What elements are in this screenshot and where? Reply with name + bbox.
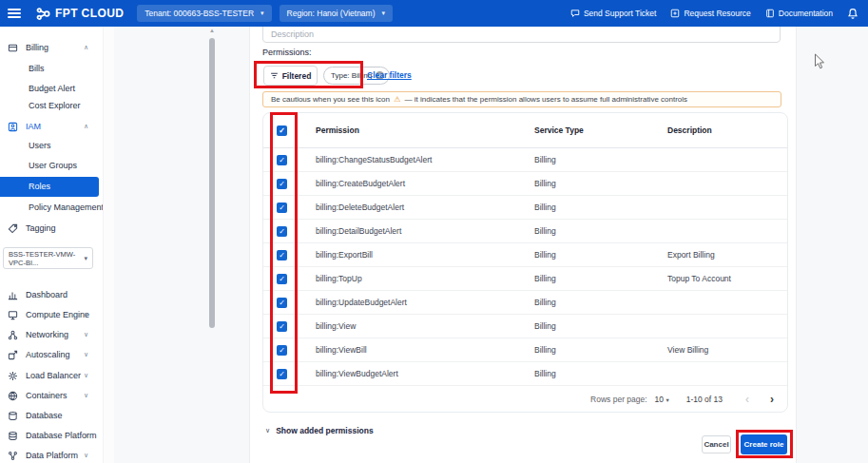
row-checkbox[interactable]: ✓ xyxy=(277,369,287,379)
row-checkbox[interactable]: ✓ xyxy=(277,345,287,356)
chevron-down-icon: ▾ xyxy=(84,255,87,262)
sidebar-item-label: Networking xyxy=(26,326,68,343)
send-support-ticket-link[interactable]: Send Support Ticket xyxy=(570,9,657,18)
database-platform-icon xyxy=(8,431,18,441)
menu-icon[interactable] xyxy=(8,9,21,18)
permission-cell: billing:ViewBill xyxy=(316,345,534,355)
sidebar-item-label: Load Balancer xyxy=(26,367,81,384)
permission-cell: billing:ChangeStatusBudgetAlert xyxy=(316,155,534,164)
request-resource-link[interactable]: Request Resource xyxy=(670,9,750,18)
column-header-permission: Permission xyxy=(316,125,534,135)
sidebar-item-networking[interactable]: Networking∨ xyxy=(0,326,99,343)
table-row: ✓billing:ChangeStatusBudgetAlertBilling xyxy=(263,148,787,172)
sidebar-item-tagging[interactable]: Tagging xyxy=(0,220,99,237)
row-checkbox[interactable]: ✓ xyxy=(277,250,287,260)
show-added-permissions-toggle[interactable]: ∨ Show added permissions xyxy=(265,426,374,435)
row-checkbox[interactable]: ✓ xyxy=(277,203,287,213)
clear-filters-link[interactable]: Clear filters xyxy=(367,70,412,80)
filter-icon xyxy=(270,71,279,80)
sidebar-scrollbar[interactable]: ▲ xyxy=(103,27,114,463)
chevron-down-icon: ∨ xyxy=(265,427,270,434)
permissions-label: Permissions: xyxy=(262,48,312,57)
autoscaling-icon xyxy=(8,350,18,360)
load-balancer-icon xyxy=(8,371,18,381)
column-header-service-type: Service Type xyxy=(534,125,667,135)
sidebar-item-users[interactable]: Users xyxy=(0,137,99,154)
sidebar-item-label: Policy Management xyxy=(29,199,104,216)
sidebar-item-dashboard[interactable]: Dashboard xyxy=(0,286,99,303)
sidebar-item-containers[interactable]: Containers∨ xyxy=(0,387,99,404)
permission-cell: billing:ViewBudgetAlert xyxy=(316,369,534,378)
billing-icon xyxy=(8,43,18,53)
row-checkbox[interactable]: ✓ xyxy=(277,298,287,308)
description-cell: View Billing xyxy=(667,345,787,355)
chevron-up-icon: ∧ xyxy=(84,118,88,135)
scroll-up-arrow-icon[interactable]: ▲ xyxy=(209,28,215,33)
sidebar-item-label: Roles xyxy=(29,177,50,197)
row-checkbox[interactable]: ✓ xyxy=(277,155,287,165)
column-header-description: Description xyxy=(667,125,787,135)
tag-icon xyxy=(8,223,18,234)
chevron-down-icon: ▾ xyxy=(382,10,386,17)
tenant-label: Tenant: 000663-BSS-TESTER xyxy=(145,9,254,18)
create-role-button[interactable]: Create role xyxy=(741,434,787,454)
sidebar-item-compute-engine[interactable]: Compute Engine∨ xyxy=(0,306,99,323)
cancel-button[interactable]: Cancel xyxy=(702,435,731,453)
sidebar-item-label: Budget Alert xyxy=(29,80,75,97)
compute-icon xyxy=(8,310,18,320)
sidebar-item-label: Autoscaling xyxy=(26,346,70,363)
sidebar-item-database-platform[interactable]: Database Platform∨ xyxy=(0,427,99,444)
sidebar-scrollbar-thumb[interactable] xyxy=(209,38,215,328)
warning-triangle-icon: ⚠ xyxy=(392,95,404,104)
sidebar-item-label: Tagging xyxy=(26,220,56,237)
pagination-bar: Rows per page: 10 ▾ 1-10 of 13 ‹ › xyxy=(263,386,787,412)
region-selector[interactable]: Region: Hanoi (Vietnam) ▾ xyxy=(280,5,393,22)
service-type-cell: Billing xyxy=(534,203,667,212)
rows-per-page-label: Rows per page: xyxy=(590,395,647,404)
sidebar-item-autoscaling[interactable]: Autoscaling∨ xyxy=(0,346,99,363)
sidebar-item-roles[interactable]: Roles xyxy=(0,177,99,197)
sidebar-item-billing[interactable]: Billing∧ xyxy=(0,39,99,56)
sidebar-item-label: User Groups xyxy=(29,157,77,174)
permission-cell: billing:DetailBudgetAlert xyxy=(316,226,534,236)
documentation-link[interactable]: Documentation xyxy=(765,9,833,18)
fpt-cloud-logo: FPT CLOUD xyxy=(36,7,124,21)
chevron-down-icon: ∨ xyxy=(84,346,88,363)
bell-icon xyxy=(847,8,858,19)
filtered-button[interactable]: Filtered xyxy=(263,66,318,86)
table-row: ✓billing:DetailBudgetAlertBilling xyxy=(263,220,787,243)
support-ticket-icon xyxy=(570,9,580,18)
sidebar-item-policy-management[interactable]: Policy Management xyxy=(0,199,99,216)
sidebar-item-budget-alert[interactable]: Budget Alert xyxy=(0,80,99,97)
service-type-cell: Billing xyxy=(534,369,667,378)
previous-page-button[interactable]: ‹ xyxy=(745,393,749,406)
rows-per-page-select[interactable]: 10 ▾ xyxy=(655,395,669,404)
sidebar-item-label: Users xyxy=(29,137,51,154)
service-type-cell: Billing xyxy=(534,250,667,260)
chevron-down-icon: ∨ xyxy=(84,326,88,343)
row-checkbox[interactable]: ✓ xyxy=(277,179,287,189)
sidebar-item-bills[interactable]: Bills xyxy=(0,60,99,77)
sidebar-item-user-groups[interactable]: User Groups xyxy=(0,157,99,174)
service-type-cell: Billing xyxy=(534,274,667,283)
next-page-button[interactable]: › xyxy=(770,393,774,406)
sidebar-item-data-platform[interactable]: Data Platform∨ xyxy=(0,447,99,463)
sidebar-item-iam[interactable]: IAM∧ xyxy=(0,118,99,135)
notifications-button[interactable] xyxy=(847,8,858,19)
tenant-selector[interactable]: Tenant: 000663-BSS-TESTER ▾ xyxy=(137,5,271,22)
select-all-checkbox[interactable]: ✓ xyxy=(277,125,287,136)
table-row: ✓billing:TopUpBillingTopup To Account xyxy=(263,267,787,291)
row-checkbox[interactable]: ✓ xyxy=(277,226,287,237)
sidebar-item-cost-explorer[interactable]: Cost Explorer xyxy=(0,97,99,114)
sidebar-item-load-balancer[interactable]: Load Balancer∨ xyxy=(0,367,99,384)
description-input[interactable] xyxy=(262,27,781,43)
chevron-down-icon: ▾ xyxy=(260,10,264,17)
row-checkbox[interactable]: ✓ xyxy=(277,274,287,284)
documentation-icon xyxy=(765,9,775,18)
project-selector[interactable]: BSS-TESTER-VMW-VPC-BI... ▾ xyxy=(3,247,93,269)
dashboard-icon xyxy=(8,290,18,300)
sidebar-item-database[interactable]: Database xyxy=(0,407,99,424)
sidebar-item-label: IAM xyxy=(26,118,41,135)
row-checkbox[interactable]: ✓ xyxy=(277,321,287,332)
chevron-down-icon: ∨ xyxy=(84,447,88,463)
